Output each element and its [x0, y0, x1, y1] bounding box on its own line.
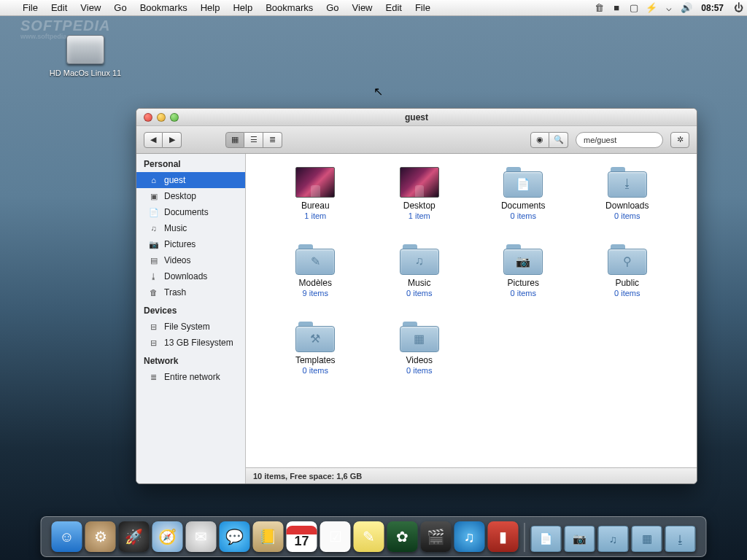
sidebar-item-pictures[interactable]: 📷Pictures: [136, 236, 245, 252]
dock-contacts-icon[interactable]: 📒: [253, 521, 284, 552]
dock-app-icon[interactable]: ▮: [488, 521, 519, 552]
trash-menuextra-icon[interactable]: 🗑: [590, 2, 608, 13]
power-menuextra-icon[interactable]: ⚡: [643, 2, 660, 13]
dock-folder-2[interactable]: ♫: [598, 526, 629, 552]
folder-modèles[interactable]: ✎Modèles9 items: [264, 244, 366, 317]
menu-edit[interactable]: Edit: [44, 2, 74, 13]
folder-meta: 0 items: [472, 289, 574, 298]
sidebar-item-guest[interactable]: ⌂guest: [136, 172, 245, 188]
sidebar-item-label: Entire network: [164, 372, 220, 382]
dock-calendar-icon[interactable]: 17: [287, 521, 317, 552]
sidebar-item-icon: ▣: [148, 191, 159, 201]
back-button[interactable]: ◀: [144, 132, 163, 148]
menu-edit[interactable]: Edit: [379, 2, 409, 13]
folder-bureau[interactable]: Bureau1 item: [264, 167, 366, 240]
menu-file[interactable]: File: [409, 2, 437, 13]
menu-view[interactable]: View: [74, 2, 107, 13]
sidebar-item-documents[interactable]: 📄Documents: [136, 204, 245, 220]
menu-file[interactable]: File: [16, 2, 44, 13]
folder-music[interactable]: ♫Music0 items: [368, 244, 471, 317]
sidebar-item-file-system[interactable]: ⊟File System: [136, 319, 245, 335]
folder-downloads[interactable]: ⭳Downloads0 items: [576, 167, 678, 240]
folder-meta: 9 items: [264, 289, 366, 298]
sidebar-item-icon: 📷: [148, 239, 159, 249]
folder-icon: ⚲: [608, 244, 647, 275]
desktop-hd-label: HD MacOs Linux 11: [45, 69, 125, 77]
dock-notes-icon[interactable]: ✎: [354, 521, 384, 552]
menu-help[interactable]: Help: [194, 2, 227, 13]
calendar-day: 17: [294, 534, 309, 548]
dock-separator: [525, 523, 525, 552]
dock-photos-icon[interactable]: ✿: [387, 521, 418, 552]
sidebar-header: Network: [136, 351, 245, 369]
sidebar-item-13-gb-filesystem[interactable]: ⊟13 GB Filesystem: [136, 335, 245, 351]
compact-view-button[interactable]: ≣: [263, 132, 282, 148]
sidebar-item-trash[interactable]: 🗑Trash: [136, 284, 245, 300]
window-titlebar[interactable]: guest: [136, 109, 697, 126]
desktop-hd-icon[interactable]: HD MacOs Linux 11: [45, 35, 125, 77]
menubar-clock[interactable]: 08:57: [695, 3, 729, 13]
sidebar-item-videos[interactable]: ▤Videos: [136, 252, 245, 268]
forward-button[interactable]: ▶: [163, 132, 182, 148]
desktop-thumbnail-icon: [295, 167, 335, 198]
dock-movies-icon[interactable]: 🎬: [421, 521, 452, 552]
dock-folder-3[interactable]: ▦: [632, 526, 662, 552]
sidebar-item-entire-network[interactable]: ≣Entire network: [136, 369, 245, 385]
folder-name: Documents: [472, 201, 574, 211]
menubar: FileEditViewGoBookmarksHelpHelpBookmarks…: [0, 0, 747, 16]
icon-grid[interactable]: Bureau1 itemDesktop1 item📄Documents0 ite…: [246, 154, 697, 467]
sidebar-item-icon: ⌂: [148, 175, 159, 185]
menu-go[interactable]: Go: [107, 2, 133, 13]
dock-folder-0[interactable]: 📄: [531, 526, 562, 552]
sidebar-item-music[interactable]: ♫Music: [136, 220, 245, 236]
menu-go[interactable]: Go: [320, 2, 345, 13]
toggle-location-button[interactable]: ◉: [530, 132, 549, 148]
folder-public[interactable]: ⚲Public0 items: [576, 244, 678, 317]
cursor-icon: ↖: [374, 85, 383, 98]
path-field[interactable]: me/guest: [576, 132, 663, 148]
dock-messages-icon[interactable]: 💬: [220, 521, 250, 552]
folder-desktop[interactable]: Desktop1 item: [368, 167, 471, 240]
folder-documents[interactable]: 📄Documents0 items: [472, 167, 574, 240]
folder-name: Templates: [264, 355, 366, 365]
folder-icon: ▦: [400, 322, 439, 352]
dock-browser-icon[interactable]: 🧭: [152, 521, 183, 552]
dock-reminders-icon[interactable]: ☑: [320, 521, 351, 552]
sidebar-item-desktop[interactable]: ▣Desktop: [136, 188, 245, 204]
wifi-menuextra-icon[interactable]: ⌵: [660, 2, 678, 13]
menu-help[interactable]: Help: [226, 2, 259, 13]
dock-system-icon[interactable]: ⚙: [85, 521, 116, 552]
sidebar-item-label: Pictures: [164, 239, 196, 249]
window-title: guest: [136, 112, 697, 122]
menu-bookmarks[interactable]: Bookmarks: [133, 2, 194, 13]
menu-view[interactable]: View: [346, 2, 379, 13]
volume-menuextra-icon[interactable]: 🔊: [678, 2, 695, 13]
list-view-button[interactable]: ☰: [244, 132, 263, 148]
sidebar-item-downloads[interactable]: ⭳Downloads: [136, 268, 245, 284]
session-menuextra-icon[interactable]: ⏻: [729, 2, 747, 13]
nav-buttons: ◀ ▶: [144, 132, 182, 148]
view-buttons: ▦ ☰ ≣: [225, 132, 282, 148]
sidebar-item-icon: 📄: [148, 207, 159, 217]
icon-view-button[interactable]: ▦: [225, 132, 244, 148]
folder-templates[interactable]: ⚒Templates0 items: [264, 322, 366, 394]
dock-folder-4[interactable]: ⭳: [665, 526, 696, 552]
folder-meta: 0 items: [576, 211, 678, 220]
display2-menuextra-icon[interactable]: ▢: [625, 2, 643, 13]
folder-meta: 0 items: [472, 211, 574, 220]
folder-videos[interactable]: ▦Videos0 items: [368, 322, 471, 394]
search-toggle-button[interactable]: 🔍: [549, 132, 568, 148]
dock-music-icon[interactable]: ♫: [454, 521, 485, 552]
folder-pictures[interactable]: 📷Pictures0 items: [472, 244, 574, 317]
dock-mail-icon[interactable]: ✉: [186, 521, 217, 552]
menu-bookmarks[interactable]: Bookmarks: [259, 2, 320, 13]
sidebar-item-label: Desktop: [164, 191, 196, 201]
settings-button[interactable]: ✲: [670, 132, 689, 148]
dock-finder-icon[interactable]: ☺: [52, 521, 82, 552]
dock-launchpad-icon[interactable]: 🚀: [119, 521, 150, 552]
hd-icon: [66, 35, 104, 64]
sidebar-item-label: Documents: [164, 207, 209, 217]
display1-menuextra-icon[interactable]: ■: [608, 2, 625, 13]
dock-folder-1[interactable]: 📷: [565, 526, 595, 552]
sidebar-item-label: 13 GB Filesystem: [164, 338, 233, 348]
